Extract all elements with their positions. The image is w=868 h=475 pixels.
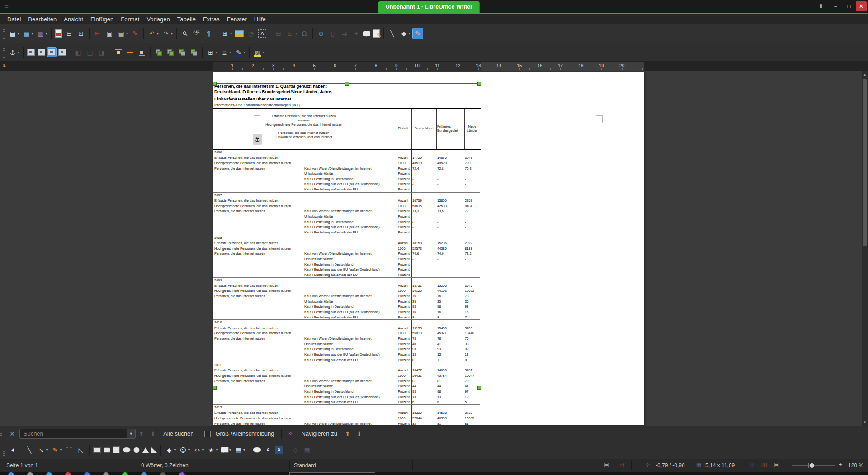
- insert-table-icon[interactable]: ⊞▾: [220, 28, 233, 39]
- frame-handle[interactable]: [345, 82, 349, 86]
- zoom-level[interactable]: 120 %: [848, 462, 863, 469]
- menu-format[interactable]: Format: [117, 16, 143, 23]
- frame-handle[interactable]: [213, 386, 217, 390]
- toolbar-grip[interactable]: [0, 428, 2, 439]
- menu-extras[interactable]: Extras: [199, 16, 223, 23]
- back-one-icon[interactable]: [177, 47, 188, 58]
- draw-functions-icon[interactable]: ✎: [412, 28, 423, 39]
- polygon-icon[interactable]: ◺: [75, 444, 86, 456]
- single-page-view-icon[interactable]: ▯: [750, 461, 754, 468]
- menu-vorlagen[interactable]: Vorlagen: [143, 16, 173, 23]
- fontwork-icon[interactable]: A: [263, 445, 273, 456]
- block-arrows-icon[interactable]: ⇔▾: [192, 444, 205, 456]
- insert-image-icon[interactable]: [234, 29, 245, 38]
- find-replace-icon[interactable]: ⚲: [179, 28, 190, 39]
- dropdown-arrow-icon[interactable]: ▾: [32, 32, 33, 36]
- close-icon[interactable]: ✕: [856, 1, 867, 11]
- clone-formatting-icon[interactable]: ✎: [130, 28, 141, 39]
- star-shapes-icon[interactable]: ★▾: [206, 444, 219, 456]
- toolbar-grip[interactable]: [3, 445, 5, 456]
- find-next-icon[interactable]: ⬇: [150, 430, 156, 437]
- collapse-icon[interactable]: ⇈: [816, 1, 826, 11]
- open-folder-icon[interactable]: ▦▾: [21, 28, 34, 39]
- dropdown-arrow-icon[interactable]: ▾: [157, 32, 159, 36]
- wrap-off-icon[interactable]: [26, 48, 36, 57]
- navigate-next-icon[interactable]: ⬇: [357, 430, 362, 437]
- dropdown-arrow-icon[interactable]: ▾: [46, 32, 47, 36]
- menu-bearbeiten[interactable]: Bearbeiten: [24, 16, 60, 23]
- callouts-icon[interactable]: [252, 446, 262, 454]
- ellipse-icon[interactable]: [122, 446, 132, 454]
- rectangle-rounded-icon[interactable]: [103, 446, 111, 454]
- symbol-shapes-icon[interactable]: ☺▾: [178, 444, 191, 456]
- menu-ansicht[interactable]: Ansicht: [60, 16, 87, 23]
- toolbar-grip[interactable]: [3, 28, 5, 39]
- taskbar-app-icon[interactable]: [46, 472, 52, 475]
- document-page[interactable]: Personen, die das Internet im 1. Quartal…: [213, 72, 644, 425]
- circle-icon[interactable]: [132, 446, 141, 455]
- zoom-in-icon[interactable]: +: [838, 461, 843, 468]
- undo-icon[interactable]: ↶▾: [146, 28, 160, 39]
- export-pdf-icon[interactable]: [54, 28, 63, 39]
- multi-page-view-icon[interactable]: ▯▯: [761, 461, 766, 468]
- align-bottom-icon[interactable]: [137, 47, 147, 58]
- document-modified-icon[interactable]: ▤: [619, 461, 624, 468]
- copy-icon[interactable]: ▣: [104, 28, 115, 39]
- menu-icon[interactable]: ≡: [5, 2, 9, 10]
- dropdown-arrow-icon[interactable]: ▾: [202, 448, 204, 452]
- match-case-label[interactable]: Groß-/Kleinschreibung: [215, 430, 274, 437]
- callout-shapes-icon[interactable]: ▾: [220, 446, 232, 454]
- square-icon[interactable]: [112, 445, 121, 455]
- right-triangle-icon[interactable]: [151, 446, 158, 454]
- align-top-icon[interactable]: [113, 47, 124, 58]
- search-history-dropdown[interactable]: ▼: [127, 429, 136, 439]
- menu-tabelle[interactable]: Tabelle: [174, 16, 199, 23]
- insert-line-icon[interactable]: ╲: [387, 28, 397, 39]
- navigate-by-label[interactable]: Navigieren zu: [301, 430, 337, 437]
- navigate-previous-icon[interactable]: ⬆: [345, 430, 350, 437]
- taskbar-app-icon[interactable]: [27, 472, 33, 475]
- insert-textbox-icon[interactable]: A: [257, 28, 267, 39]
- print-icon[interactable]: ⊟: [64, 28, 75, 39]
- scrollbar-thumb[interactable]: [863, 79, 867, 246]
- find-all-button[interactable]: Alle suchen: [163, 430, 193, 437]
- frame-handle[interactable]: [477, 82, 481, 86]
- border-color-icon[interactable]: ✎▾: [233, 47, 246, 58]
- taskbar-app-icon[interactable]: [141, 472, 147, 475]
- track-changes-icon[interactable]: [372, 28, 381, 39]
- dropdown-arrow-icon[interactable]: ▾: [243, 448, 245, 452]
- save-icon[interactable]: ▥▾: [35, 28, 48, 39]
- align-middle-icon[interactable]: [125, 47, 136, 58]
- word-count[interactable]: 0 Wörter, 0 Zeichen: [141, 462, 189, 469]
- book-view-icon[interactable]: ▣: [774, 461, 779, 468]
- border-style-icon[interactable]: ≣▾: [219, 47, 232, 58]
- line-icon[interactable]: ╲: [24, 444, 35, 456]
- insert-hyperlink-icon[interactable]: ⊛: [316, 28, 326, 39]
- wrap-parallel-icon[interactable]: [37, 48, 46, 57]
- anchor-icon[interactable]: ⚓▾: [7, 47, 20, 58]
- zoom-out-icon[interactable]: −: [786, 461, 790, 468]
- taskbar-app-icon[interactable]: [122, 472, 128, 475]
- tab-stop-selector[interactable]: L: [3, 63, 6, 68]
- print-preview-icon[interactable]: ⊡: [75, 28, 86, 39]
- dropdown-arrow-icon[interactable]: ▾: [230, 32, 232, 36]
- wrap-through-icon[interactable]: [57, 48, 67, 57]
- dropdown-arrow-icon[interactable]: ▾: [171, 32, 173, 36]
- dropdown-arrow-icon[interactable]: ▾: [126, 32, 128, 36]
- toolbar-grip[interactable]: [3, 47, 5, 58]
- zoom-slider-thumb[interactable]: [810, 463, 814, 468]
- formatting-marks-icon[interactable]: ¶: [203, 28, 214, 39]
- scroll-down-icon[interactable]: ▼: [862, 419, 868, 426]
- freeform-line-icon[interactable]: ✎▾: [50, 444, 63, 456]
- spelling-icon[interactable]: ABC: [191, 28, 202, 39]
- search-input[interactable]: Suchen: [19, 429, 127, 439]
- menu-einfugen[interactable]: Einfügen: [87, 16, 117, 23]
- new-document-icon[interactable]: ▤▾: [7, 28, 20, 39]
- cut-icon[interactable]: ✂: [92, 28, 103, 39]
- page-count[interactable]: Seite 1 von 1: [6, 462, 38, 469]
- match-case-checkbox[interactable]: [204, 431, 211, 437]
- dropdown-arrow-icon[interactable]: ▾: [46, 448, 48, 452]
- send-to-back-icon[interactable]: [189, 47, 199, 58]
- dropdown-arrow-icon[interactable]: ▾: [18, 32, 19, 36]
- dropdown-arrow-icon[interactable]: ▾: [409, 32, 410, 36]
